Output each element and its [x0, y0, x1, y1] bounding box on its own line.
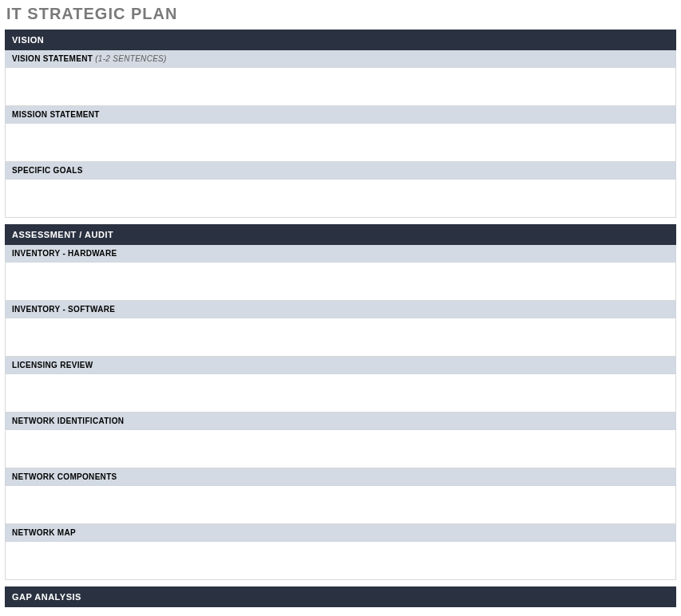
- sub-label: LICENSING REVIEW: [12, 361, 93, 369]
- content-network-map[interactable]: [5, 542, 676, 580]
- sub-header-network-identification: NETWORK IDENTIFICATION: [5, 413, 676, 430]
- sub-label: NETWORK COMPONENTS: [12, 472, 117, 481]
- page-title: IT STRATEGIC PLAN: [0, 0, 681, 30]
- content-inventory-hardware[interactable]: [5, 263, 676, 301]
- sub-label: VISION STATEMENT: [12, 54, 93, 63]
- section-gap-analysis: GAP ANALYSIS: [5, 586, 676, 607]
- content-mission-statement[interactable]: [5, 124, 676, 162]
- sub-header-network-map: NETWORK MAP: [5, 524, 676, 542]
- content-network-identification[interactable]: [5, 430, 676, 468]
- sub-header-network-components: NETWORK COMPONENTS: [5, 468, 676, 486]
- sub-label: NETWORK MAP: [12, 528, 76, 537]
- content-network-components[interactable]: [5, 486, 676, 524]
- sub-label: NETWORK IDENTIFICATION: [12, 417, 124, 425]
- section-header-gap-analysis: GAP ANALYSIS: [5, 586, 676, 607]
- content-licensing-review[interactable]: [5, 374, 676, 413]
- sub-header-vision-statement: VISION STATEMENT (1-2 SENTENCES): [5, 50, 676, 68]
- sub-label: SPECIFIC GOALS: [12, 166, 83, 175]
- sub-header-inventory-software: INVENTORY - SOFTWARE: [5, 301, 676, 318]
- content-specific-goals[interactable]: [5, 180, 676, 218]
- content-vision-statement[interactable]: [5, 68, 676, 106]
- sub-label: MISSION STATEMENT: [12, 110, 100, 119]
- sub-header-mission-statement: MISSION STATEMENT: [5, 106, 676, 124]
- section-vision: VISION VISION STATEMENT (1-2 SENTENCES) …: [5, 30, 676, 218]
- section-assessment-audit: ASSESSMENT / AUDIT INVENTORY - HARDWARE …: [5, 224, 676, 580]
- sub-label: INVENTORY - SOFTWARE: [12, 305, 115, 314]
- sub-hint: (1-2 SENTENCES): [95, 54, 167, 63]
- content-inventory-software[interactable]: [5, 318, 676, 357]
- sub-header-inventory-hardware: INVENTORY - HARDWARE: [5, 245, 676, 263]
- sub-header-specific-goals: SPECIFIC GOALS: [5, 162, 676, 180]
- sub-header-licensing-review: LICENSING REVIEW: [5, 357, 676, 374]
- sub-label: INVENTORY - HARDWARE: [12, 249, 117, 258]
- section-header-vision: VISION: [5, 30, 676, 50]
- section-header-assessment-audit: ASSESSMENT / AUDIT: [5, 224, 676, 245]
